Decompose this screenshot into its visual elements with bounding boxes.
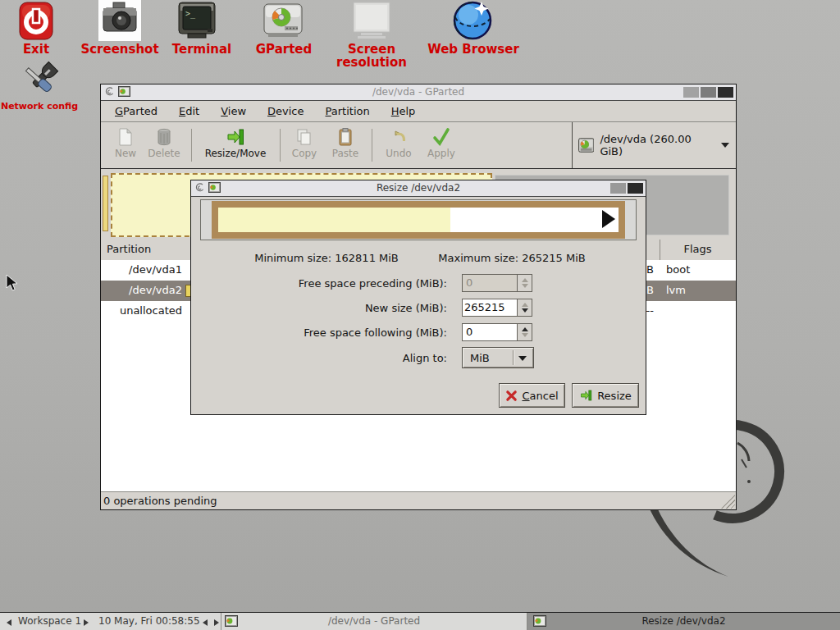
- main-titlebar[interactable]: /dev/vda - GParted: [101, 84, 736, 101]
- network-config-icon[interactable]: [18, 61, 61, 100]
- align-to-value: MiB: [470, 352, 490, 364]
- resize-move-icon: [226, 127, 245, 147]
- resize-move-button[interactable]: Resize/Move: [198, 126, 273, 165]
- web-browser-label[interactable]: Web Browser: [427, 43, 519, 56]
- resize-arrow-icon: [579, 389, 593, 402]
- taskbar: Workspace 1 10 May, Fri 00:58:55 /dev/vd…: [0, 612, 840, 630]
- menu-view[interactable]: View: [215, 103, 252, 120]
- network-config-label[interactable]: Network config: [0, 100, 79, 113]
- new-button[interactable]: New: [111, 126, 140, 165]
- free-space-preceding-spinner: [518, 274, 532, 292]
- free-space-preceding-label: Free space preceding (MiB):: [224, 277, 447, 290]
- disk-icon: [578, 138, 594, 153]
- spin-up-icon[interactable]: [522, 327, 528, 331]
- gparted-window-icon: [208, 182, 221, 193]
- spin-down-icon[interactable]: [522, 333, 528, 337]
- toolbar-separator: [372, 129, 372, 162]
- menu-edit[interactable]: Edit: [173, 103, 205, 120]
- toolbar-separator: [280, 129, 281, 162]
- menu-device[interactable]: Device: [262, 103, 309, 120]
- dropdown-divider: [513, 350, 514, 365]
- spin-down-icon: [522, 284, 528, 288]
- undo-icon: [389, 127, 409, 147]
- window-next-icon[interactable]: [214, 619, 219, 626]
- cancel-button[interactable]: Cancel: [499, 383, 565, 408]
- taskbutton-gparted[interactable]: /dev/vda - GParted: [221, 613, 527, 630]
- gparted-icon[interactable]: [263, 3, 303, 38]
- menu-help[interactable]: Help: [386, 103, 422, 120]
- taskbutton-resize-dialog-active[interactable]: Resize /dev/vda2: [527, 613, 840, 630]
- taskbar-clock: 10 May, Fri 00:58:55: [98, 615, 200, 627]
- free-space-following-spinner[interactable]: [518, 323, 532, 341]
- column-header-flags[interactable]: Flags: [660, 243, 736, 255]
- desktop: Exit Screenshot >_ Terminal GParted: [0, 0, 840, 630]
- menu-partition[interactable]: Partition: [320, 103, 376, 120]
- pending-operations-status: 0 operations pending: [103, 495, 217, 507]
- toolbar-combo-separator: [572, 122, 573, 168]
- delete-partition-icon: [154, 127, 174, 147]
- terminal-icon[interactable]: >_: [176, 2, 217, 39]
- apply-button[interactable]: Apply: [422, 126, 460, 165]
- align-to-label: Align to:: [224, 352, 447, 364]
- maximum-size-label: Maximum size: 265215 MiB: [434, 252, 590, 264]
- diskbar-vda1-segment[interactable]: [103, 176, 108, 231]
- delete-button[interactable]: Delete: [145, 126, 183, 165]
- screen-resolution-icon[interactable]: [351, 2, 392, 39]
- device-combobox[interactable]: /dev/vda (260.00 GiB): [578, 129, 729, 162]
- exit-label[interactable]: Exit: [7, 43, 65, 56]
- screenshot-label[interactable]: Screenshot: [79, 43, 161, 56]
- workspace-next-icon[interactable]: [84, 619, 89, 626]
- new-partition-icon: [116, 127, 135, 147]
- paste-icon: [336, 127, 355, 147]
- new-size-spinner[interactable]: [518, 299, 532, 317]
- dialog-maximize-button[interactable]: [610, 183, 626, 194]
- workspace-label[interactable]: Workspace 1: [18, 615, 81, 627]
- copy-button[interactable]: Copy: [288, 126, 321, 165]
- resize-slider-partition-area: [218, 208, 619, 232]
- close-button[interactable]: [718, 87, 733, 98]
- spin-up-icon[interactable]: [522, 303, 528, 307]
- exit-icon[interactable]: [16, 2, 56, 41]
- paste-button[interactable]: Paste: [327, 126, 363, 165]
- apply-icon: [431, 127, 451, 147]
- window-prev-icon[interactable]: [203, 619, 208, 626]
- gparted-launcher-label[interactable]: GParted: [247, 43, 321, 56]
- minimize-button[interactable]: [683, 87, 699, 98]
- column-header-partition[interactable]: Partition: [107, 243, 151, 255]
- terminal-label[interactable]: Terminal: [161, 43, 243, 56]
- screenshot-icon[interactable]: [98, 0, 141, 41]
- align-to-dropdown[interactable]: MiB: [462, 347, 534, 368]
- resize-confirm-button[interactable]: Resize: [572, 383, 639, 408]
- gparted-window-icon: [118, 86, 130, 97]
- free-space-following-field[interactable]: 0: [462, 323, 518, 341]
- dialog-close-button[interactable]: [628, 183, 643, 194]
- resize-slider-used-space: [218, 208, 450, 232]
- screen-resolution-label[interactable]: Screen resolution: [314, 43, 429, 69]
- svg-text:>_: >_: [185, 9, 196, 19]
- new-size-field[interactable]: 265215: [462, 299, 518, 317]
- window-resize-grip[interactable]: [721, 495, 735, 509]
- debian-swirl-icon: [194, 182, 205, 193]
- main-window-title: /dev/vda - GParted: [150, 86, 687, 98]
- minimum-size-label: Minimum size: 162811 MiB: [249, 252, 404, 264]
- main-menubar: GParted Edit View Device Partition Help: [101, 100, 736, 122]
- resize-slider[interactable]: [200, 199, 637, 240]
- spin-down-icon[interactable]: [522, 308, 528, 313]
- web-browser-icon[interactable]: [452, 0, 493, 41]
- cancel-x-icon: [505, 390, 518, 402]
- toolbar-separator: [191, 129, 192, 162]
- free-space-following-label: Free space following (MiB):: [224, 326, 447, 339]
- dropdown-arrow-icon: [518, 356, 527, 361]
- undo-button[interactable]: Undo: [381, 126, 416, 165]
- device-combo-arrow-icon: [721, 143, 729, 148]
- maximize-button[interactable]: [701, 87, 716, 98]
- dialog-titlebar[interactable]: Resize /dev/vda2: [191, 180, 646, 197]
- workspace-prev-icon[interactable]: [7, 619, 11, 626]
- resize-slider-right-handle[interactable]: [602, 210, 615, 228]
- dialog-title: Resize /dev/vda2: [240, 182, 596, 194]
- free-space-preceding-field: 0: [462, 274, 518, 292]
- resize-dialog: Resize /dev/vda2 Minimum size: 162811 Mi…: [190, 180, 646, 415]
- copy-icon: [294, 127, 314, 147]
- resize-slider-track[interactable]: [212, 201, 625, 239]
- menu-gparted[interactable]: GParted: [109, 103, 163, 120]
